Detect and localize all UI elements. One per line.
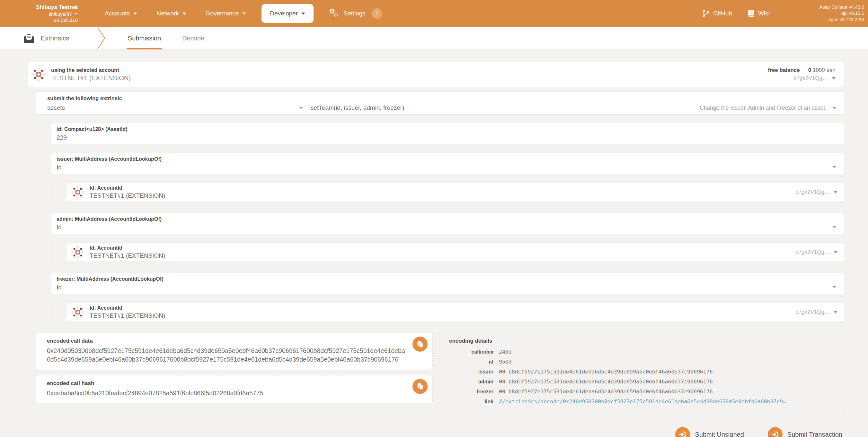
account-identicon [31, 67, 46, 82]
chevron-down-icon [834, 311, 837, 313]
encoding-details-title: encoding details [449, 338, 837, 344]
extrinsic-label: submit the following extrinsic [47, 95, 836, 101]
free-balance: free balance0.1000SBY [768, 66, 836, 74]
encoding-row: admin 00 b8dcf5927e175c591de4e61deba6d5c… [444, 379, 837, 385]
method-select[interactable]: setTeam(id, issuer, admin, freezer) Chan… [311, 104, 836, 111]
extrinsics-page: Shibuya Testnet shibuya/87 #3,095,110 Ac… [0, 0, 868, 437]
params-container: id: Compact<u128> (AssetId) 229 issuer: … [25, 114, 844, 412]
account-identicon [71, 305, 85, 319]
nav-settings[interactable]: ⚙⚙ Settings 1 [319, 0, 392, 27]
encoding-row: callindex 240d [444, 349, 837, 355]
chain-name: Shibuya Testnet [30, 4, 78, 11]
account-name: TESTNET#1 (EXTENSION) [51, 74, 131, 82]
account-address-short: a7gk2V1Qg… [796, 249, 830, 256]
param-issuer-select[interactable]: issuer: MultiAddress (AccountIdLookupOf)… [51, 153, 844, 174]
settings-badge: 1 [372, 8, 382, 19]
account-identicon [71, 245, 85, 259]
collator-version: Astar Collator v4.43.0 [790, 4, 864, 10]
chevron-down-icon [832, 286, 836, 288]
encoded-call-hash-label: encoded call hash [47, 380, 407, 386]
nested-param-group: Id: AccountId TESTNET#1 (EXTENSION) a7gk… [51, 242, 844, 262]
external-links: GitHub Wiki [702, 10, 770, 17]
gears-icon: ⚙⚙ [329, 9, 340, 18]
nested-param-group: Id: AccountId TESTNET#1 (EXTENSION) a7gk… [51, 303, 844, 322]
github-link[interactable]: GitHub [702, 10, 732, 17]
chevron-down-icon [832, 166, 836, 168]
network-selector[interactable]: Shibuya Testnet shibuya/87 #3,095,110 [30, 4, 78, 23]
account-selector[interactable]: using the selected account TESTNET#1 (EX… [28, 62, 844, 87]
version-info: Astar Collator v4.43.0 api v9.12.1 apps … [790, 4, 864, 23]
encoding-row: link #/extrinsics/decode/0x240d950300b8d… [444, 399, 837, 405]
account-address-short: a7gk2V1Qg… [796, 309, 830, 315]
param-id-input[interactable]: id: Compact<u128> (AssetId) 229 [51, 123, 844, 144]
encoding-row: freezer 00 b8dcf5927e175c591de4e61deba6d… [444, 389, 837, 395]
sign-in-icon [768, 427, 782, 437]
tab-decode[interactable]: Decode [181, 27, 206, 49]
tab-bar: Extrinsics Submission Decode [0, 27, 868, 50]
page-title: Extrinsics [40, 34, 69, 42]
block-number: #3,095,110 [30, 17, 78, 23]
wiki-link[interactable]: Wiki [747, 10, 770, 17]
sign-in-icon [675, 427, 690, 437]
chevron-down-icon[interactable] [832, 77, 836, 79]
main-nav: Accounts Network Governance Developer ⚙⚙… [95, 0, 392, 27]
param-id-value: 229 [57, 134, 837, 141]
pallet-value: assets [47, 104, 65, 111]
api-version: api v9.12.1 [790, 10, 864, 16]
nav-accounts[interactable]: Accounts [95, 0, 147, 27]
encoded-call-hash-value: 0xeebaba8cd0b5a210feafecf24894e07825a591… [47, 389, 407, 398]
extrinsics-icon [23, 32, 35, 44]
copy-icon [417, 341, 424, 348]
copy-call-data-button[interactable] [412, 337, 428, 351]
copy-icon [417, 383, 424, 390]
chevron-down-icon [133, 12, 137, 15]
section-header: Extrinsics [23, 27, 69, 49]
nav-network[interactable]: Network [147, 0, 196, 27]
decode-link[interactable]: #/extrinsics/decode/0x240d950300b8dcf592… [499, 399, 786, 405]
param-freezer-account[interactable]: Id: AccountId TESTNET#1 (EXTENSION) a7gk… [66, 303, 844, 322]
account-label: using the selected account [51, 67, 131, 73]
breadcrumb-chevron [97, 27, 105, 49]
chevron-down-icon [834, 251, 837, 254]
chevron-down-icon [74, 13, 78, 15]
node-version: shibuya/87 [49, 11, 72, 17]
encoded-call-data-box: encoded call data 0x240d950300b8dcf5927e… [36, 333, 433, 370]
chevron-down-icon [183, 12, 186, 15]
encoding-details-box: encoding details callindex 240d id 9503 … [438, 333, 844, 412]
chevron-down-icon [242, 12, 246, 15]
extrinsic-selector: submit the following extrinsic assets se… [36, 92, 844, 114]
chevron-down-icon [299, 107, 303, 109]
nested-param-group: Id: AccountId TESTNET#1 (EXTENSION) a7gk… [51, 182, 844, 202]
param-admin-account[interactable]: Id: AccountId TESTNET#1 (EXTENSION) a7gk… [66, 242, 844, 262]
method-description: Change the Issuer, Admin and Freezer of … [700, 105, 827, 111]
account-identicon [71, 186, 85, 199]
param-admin-select[interactable]: admin: MultiAddress (AccountIdLookupOf) … [51, 213, 844, 234]
encoded-call-data-label: encoded call data [47, 338, 407, 344]
tabs: Submission Decode [127, 27, 206, 49]
encoded-call-hash-box: encoded call hash 0xeebaba8cd0b5a210feaf… [36, 375, 433, 403]
nav-governance[interactable]: Governance [196, 0, 256, 27]
submit-transaction-button[interactable]: Submit Transaction [766, 427, 844, 437]
encoding-row: id 9503 [444, 359, 837, 365]
nav-developer[interactable]: Developer [261, 4, 313, 23]
param-freezer-select[interactable]: freezer: MultiAddress (AccountIdLookupOf… [51, 273, 844, 294]
submit-unsigned-button[interactable]: Submit Unsigned [673, 427, 746, 437]
copy-call-hash-button[interactable] [412, 379, 428, 394]
chevron-down-icon [832, 107, 836, 109]
encoded-call-data-value: 0x240d950300b8dcf5927e175c591de4e61deba6… [47, 346, 407, 364]
pallet-select[interactable]: assets [47, 104, 311, 111]
apps-version: apps v0.123.2-33 [790, 17, 864, 23]
account-address-short: a7gk2V1Qg… [794, 74, 828, 82]
git-branch-icon [702, 10, 710, 17]
tab-submission[interactable]: Submission [127, 27, 162, 49]
method-value: setTeam(id, issuer, admin, freezer) [311, 104, 404, 111]
book-icon [747, 10, 754, 17]
submit-actions: Submit Unsigned Submit Transaction [28, 427, 844, 437]
account-address-short: a7gk2V1Qg… [796, 189, 830, 195]
chevron-down-icon [301, 12, 305, 15]
top-bar: Shibuya Testnet shibuya/87 #3,095,110 Ac… [0, 0, 868, 27]
chevron-down-icon [832, 226, 836, 228]
chevron-down-icon [834, 191, 837, 194]
param-issuer-account[interactable]: Id: AccountId TESTNET#1 (EXTENSION) a7gk… [66, 182, 844, 202]
encoding-row: issuer 00 b8dcf5927e175c591de4e61deba6d5… [444, 369, 837, 375]
